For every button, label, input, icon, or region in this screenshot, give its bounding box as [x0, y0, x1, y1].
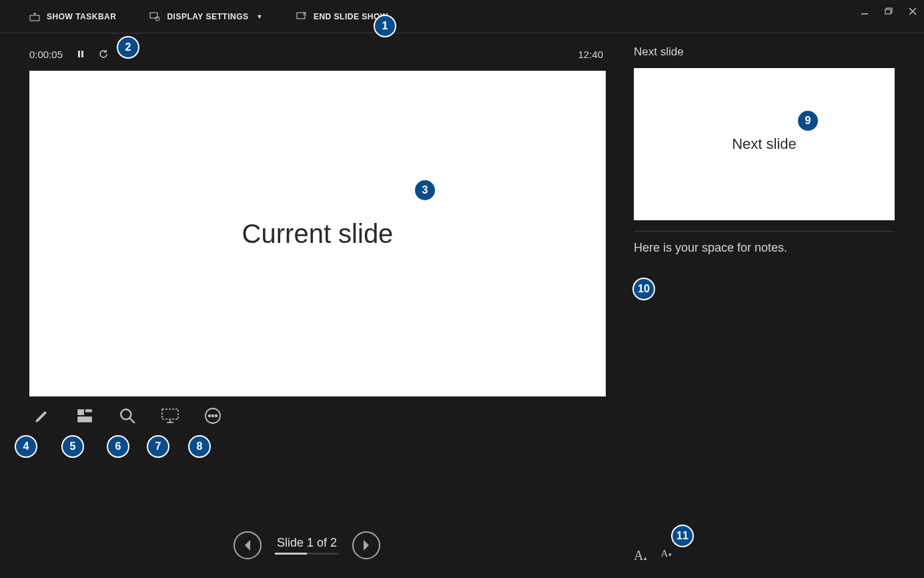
svg-point-23	[212, 415, 214, 417]
notes-font-controls: A▴ A▾	[634, 549, 672, 562]
show-taskbar-button[interactable]: SHOW TASKBAR	[29, 11, 116, 22]
svg-rect-14	[85, 409, 92, 412]
maximize-button[interactable]	[884, 7, 893, 16]
chevron-down-icon: ▼	[256, 13, 262, 20]
svg-rect-18	[162, 409, 178, 419]
pen-tool-button[interactable]	[32, 406, 52, 426]
previous-slide-button[interactable]	[234, 531, 262, 559]
main-area: 0:00:05 12:40 Current slide	[0, 33, 924, 578]
minimize-button[interactable]	[860, 7, 869, 16]
svg-line-17	[129, 418, 135, 423]
svg-point-24	[215, 415, 217, 417]
display-settings-label: DISPLAY SETTINGS	[167, 12, 248, 21]
decrease-font-button[interactable]: A▾	[660, 549, 672, 562]
restart-button[interactable]	[97, 48, 109, 60]
elapsed-time: 0:00:05	[29, 49, 63, 60]
annotation-badge-7: 7	[147, 435, 169, 458]
taskbar-icon	[29, 11, 40, 22]
annotation-badge-3: 3	[414, 179, 436, 202]
svg-rect-13	[77, 409, 84, 415]
close-button[interactable]	[908, 7, 917, 16]
annotation-badge-4: 4	[15, 435, 37, 458]
svg-marker-25	[245, 540, 250, 551]
end-slideshow-button[interactable]: END SLIDE SHOW	[296, 11, 388, 22]
top-toolbar: SHOW TASKBAR DISPLAY SETTINGS ▼ END SLID…	[0, 0, 924, 33]
svg-rect-4	[297, 13, 305, 19]
slide-counter: Slide 1 of 2	[275, 536, 339, 550]
next-slide-header: Next slide	[634, 45, 895, 59]
annotation-badge-1: 1	[374, 15, 396, 37]
annotation-badge-2: 2	[117, 36, 139, 59]
speaker-notes[interactable]: Here is your space for notes. A▴ A▾	[634, 241, 895, 578]
annotation-badge-10: 10	[632, 278, 655, 300]
pause-button[interactable]	[75, 48, 87, 60]
svg-rect-12	[81, 51, 83, 57]
svg-rect-11	[78, 51, 80, 57]
window-controls	[860, 7, 917, 16]
notes-divider	[634, 231, 895, 232]
svg-rect-0	[30, 15, 39, 21]
current-time: 12:40	[578, 49, 603, 60]
notes-placeholder-text: Here is your space for notes.	[634, 241, 787, 254]
more-options-button[interactable]	[203, 406, 223, 426]
svg-rect-15	[77, 416, 92, 422]
annotation-badge-6: 6	[107, 435, 129, 458]
next-slide-button[interactable]	[352, 531, 380, 559]
black-screen-button[interactable]	[160, 406, 180, 426]
end-slideshow-icon	[296, 11, 307, 22]
annotation-badge-9: 9	[797, 109, 819, 132]
slide-navigation: Slide 1 of 2	[234, 531, 380, 559]
show-taskbar-label: SHOW TASKBAR	[47, 12, 116, 21]
annotation-badge-11: 11	[671, 525, 694, 547]
increase-font-button[interactable]: A▴	[634, 549, 647, 562]
slide-counter-wrap: Slide 1 of 2	[275, 536, 339, 555]
annotation-badge-5: 5	[61, 435, 84, 458]
current-slide-preview[interactable]: Current slide	[29, 71, 606, 396]
see-all-slides-button[interactable]	[75, 406, 95, 426]
presenter-right-pane: Next slide Next slide Here is your space…	[614, 33, 924, 578]
display-settings-icon	[149, 11, 160, 22]
next-slide-preview[interactable]: Next slide	[634, 68, 895, 220]
svg-marker-26	[364, 540, 369, 551]
presenter-tools	[29, 396, 614, 426]
svg-point-22	[209, 415, 211, 417]
presenter-left-pane: 0:00:05 12:40 Current slide	[0, 33, 614, 578]
svg-rect-7	[861, 13, 868, 15]
zoom-button[interactable]	[117, 406, 137, 426]
svg-rect-8	[885, 9, 891, 14]
display-settings-button[interactable]: DISPLAY SETTINGS ▼	[149, 11, 262, 22]
next-slide-text: Next slide	[732, 135, 797, 153]
slide-progress-bar	[275, 553, 339, 555]
annotation-badge-8: 8	[188, 435, 211, 458]
current-slide-text: Current slide	[242, 219, 394, 249]
svg-point-16	[121, 409, 131, 419]
